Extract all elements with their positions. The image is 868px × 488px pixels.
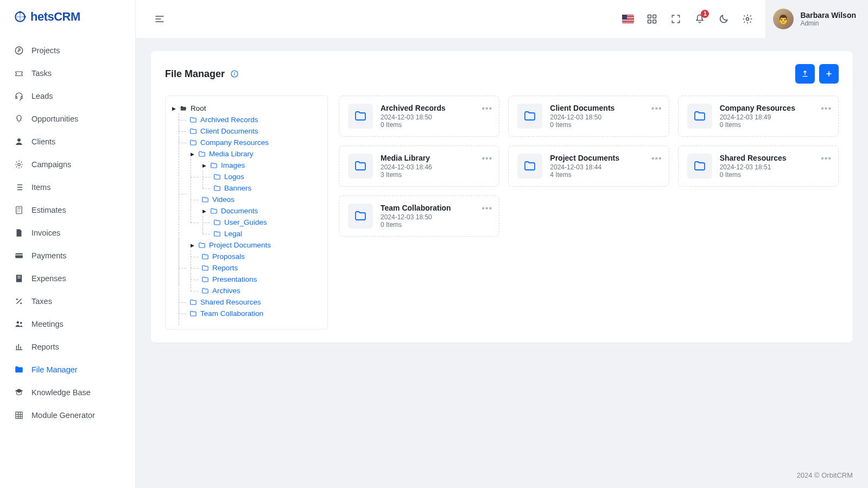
tree-node-legal[interactable]: Legal <box>213 228 322 239</box>
sidebar-item-meetings[interactable]: Meetings <box>0 313 135 335</box>
sidebar-item-tasks[interactable]: Tasks <box>0 62 135 85</box>
card-date: 2024-12-03 18:44 <box>550 163 619 171</box>
grad-icon <box>14 388 24 397</box>
apps-icon[interactable] <box>646 13 658 25</box>
sidebar-item-payments[interactable]: Payments <box>0 244 135 267</box>
grid-icon <box>14 410 24 420</box>
folder-icon <box>201 196 209 204</box>
tree-node-banners[interactable]: Banners <box>213 182 322 194</box>
card-menu-icon[interactable]: ••• <box>651 104 662 113</box>
us-flag-icon <box>622 15 634 23</box>
avatar: 👨 <box>773 9 794 29</box>
tree-node-proposals[interactable]: Proposals <box>201 251 322 262</box>
tree-node-logos[interactable]: Logos <box>213 171 322 182</box>
chevron-icon[interactable]: ▶ <box>189 151 195 157</box>
folder-icon <box>189 128 197 135</box>
notifications-icon[interactable]: 1 <box>694 13 706 25</box>
card-menu-icon[interactable]: ••• <box>482 204 493 213</box>
folder-card-team-collaboration[interactable]: Team Collaboration2024-12-03 18:500 Item… <box>339 195 499 237</box>
file-manager-panel: File Manager ▶RootArchived Recor <box>151 51 853 343</box>
card-icon <box>14 251 24 261</box>
tree-node-presentations[interactable]: Presentations <box>201 274 322 285</box>
sidebar-item-clients[interactable]: Clients <box>0 130 135 153</box>
fullscreen-icon[interactable] <box>670 13 682 25</box>
card-menu-icon[interactable]: ••• <box>821 154 832 163</box>
card-menu-icon[interactable]: ••• <box>482 104 493 113</box>
tree-node-media-library[interactable]: ▶Media Library <box>189 148 322 160</box>
sidebar-item-invoices[interactable]: Invoices <box>0 221 135 244</box>
tree-root[interactable]: ▶Root <box>171 103 322 114</box>
folder-icon <box>517 104 542 129</box>
chevron-icon[interactable]: ▶ <box>171 106 176 111</box>
nav-label: Items <box>31 183 50 192</box>
tree-node-images[interactable]: ▶Images <box>201 160 322 171</box>
tree-node-archived-records[interactable]: Archived Records <box>189 114 322 125</box>
footer-text: 2024 © OrbitCRM <box>136 466 868 488</box>
folder-card-client-documents[interactable]: Client Documents2024-12-03 18:500 Items•… <box>508 96 669 137</box>
tree-node-team-collaboration[interactable]: Team Collaboration <box>189 308 322 319</box>
tree-node-shared-resources[interactable]: Shared Resources <box>189 296 322 308</box>
logo-text: hetsCRM <box>30 10 80 24</box>
tree-node-company-resources[interactable]: Company Resources <box>189 137 322 148</box>
tree-label: Client Documents <box>200 127 258 135</box>
sidebar-item-opportunities[interactable]: Opportunities <box>0 107 135 130</box>
chevron-icon[interactable]: ▶ <box>201 163 207 168</box>
tree-node-project-documents[interactable]: ▶Project Documents <box>189 239 322 251</box>
folder-card-project-documents[interactable]: Project Documents2024-12-03 18:444 Items… <box>508 145 669 187</box>
sidebar-item-campaigns[interactable]: Campaigns <box>0 153 135 176</box>
svg-rect-8 <box>15 255 23 256</box>
card-menu-icon[interactable]: ••• <box>821 104 832 113</box>
svg-point-5 <box>18 163 21 166</box>
add-button[interactable] <box>819 64 839 84</box>
tree-node-reports[interactable]: Reports <box>201 262 322 274</box>
upload-button[interactable] <box>795 64 815 84</box>
sidebar-item-module-generator[interactable]: Module Generator <box>0 404 135 427</box>
folder-icon <box>189 299 197 306</box>
sidebar-item-file-manager[interactable]: File Manager <box>0 358 135 381</box>
folder-card-company-resources[interactable]: Company Resources2024-12-03 18:490 Items… <box>678 96 839 137</box>
sidebar-item-expenses[interactable]: Expenses <box>0 267 135 290</box>
sidebar-item-projects[interactable]: Projects <box>0 39 135 62</box>
svg-rect-17 <box>648 15 651 18</box>
settings-icon[interactable] <box>742 13 753 25</box>
tree-label: Presentations <box>212 275 257 283</box>
svg-point-1 <box>19 11 21 13</box>
info-icon[interactable] <box>230 69 239 78</box>
svg-point-14 <box>17 321 20 324</box>
theme-toggle-icon[interactable] <box>718 13 730 25</box>
p-circle-icon <box>14 46 24 55</box>
sidebar-item-leads[interactable]: Leads <box>0 85 135 107</box>
tree-node-user-guides[interactable]: User_Guides <box>213 217 322 228</box>
user-menu[interactable]: 👨 Barbara Wilson Admin <box>765 0 868 38</box>
folder-icon <box>517 154 542 179</box>
tree-node-archives[interactable]: Archives <box>201 285 322 296</box>
folder-card-shared-resources[interactable]: Shared Resources2024-12-03 18:510 Items•… <box>678 145 839 187</box>
card-items: 0 Items <box>720 121 795 129</box>
tree-label: Project Documents <box>209 241 271 249</box>
sidebar-item-knowledge-base[interactable]: Knowledge Base <box>0 381 135 404</box>
chevron-icon[interactable]: ▶ <box>201 208 207 214</box>
people-icon <box>14 319 24 329</box>
sidebar-item-items[interactable]: Items <box>0 176 135 199</box>
nav-label: Meetings <box>31 320 64 328</box>
chevron-icon[interactable]: ▶ <box>189 243 195 248</box>
nav-label: File Manager <box>31 365 78 374</box>
ticket-icon <box>14 68 24 78</box>
tree-label: Team Collaboration <box>200 309 263 318</box>
tree-label: Documents <box>221 207 258 215</box>
logo[interactable]: hetsCRM <box>0 0 135 34</box>
tree-node-videos[interactable]: Videos <box>201 194 322 205</box>
folder-card-archived-records[interactable]: Archived Records2024-12-03 18:500 Items•… <box>339 96 499 137</box>
language-flag[interactable] <box>622 13 634 25</box>
tree-node-documents[interactable]: ▶Documents <box>201 205 322 217</box>
tree-node-client-documents[interactable]: Client Documents <box>189 125 322 137</box>
sidebar-item-estimates[interactable]: Estimates <box>0 199 135 221</box>
sidebar-item-reports[interactable]: Reports <box>0 335 135 358</box>
sidebar-item-taxes[interactable]: Taxes <box>0 290 135 313</box>
menu-toggle[interactable] <box>152 11 167 27</box>
folder-card-media-library[interactable]: Media Library2024-12-03 18:463 Items••• <box>339 145 499 187</box>
card-items: 0 Items <box>381 221 451 229</box>
gear-icon <box>14 160 24 169</box>
card-menu-icon[interactable]: ••• <box>482 154 493 163</box>
card-menu-icon[interactable]: ••• <box>651 154 662 163</box>
